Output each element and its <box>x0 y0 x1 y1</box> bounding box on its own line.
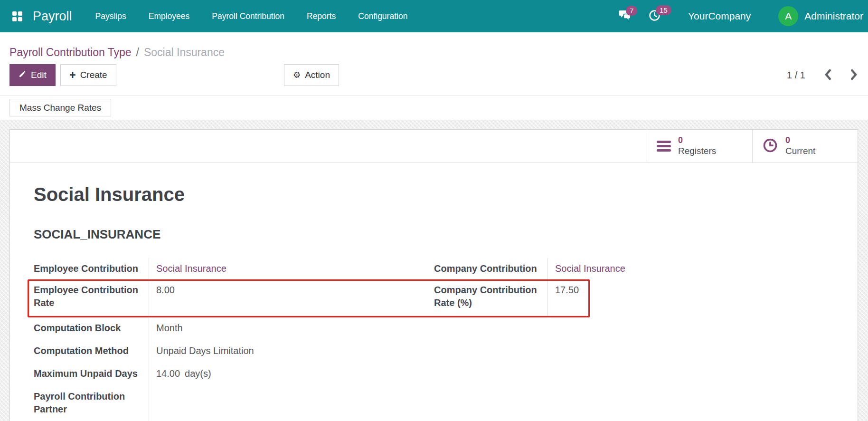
record-code: SOCIAL_INSURANCE <box>34 227 839 241</box>
create-button[interactable]: + Create <box>60 64 116 86</box>
registers-count: 0 <box>678 135 716 146</box>
company-switcher[interactable]: YourCompany <box>688 10 751 22</box>
apps-menu-button[interactable] <box>12 11 22 21</box>
form-sheet: 0 Registers 0 Current Social Insurance S… <box>9 129 858 421</box>
field-value: 8.00 <box>149 279 425 317</box>
action-button[interactable]: ⚙ Action <box>284 64 339 86</box>
chevron-right-icon <box>850 69 858 82</box>
breadcrumb: Payroll Contribution Type/Social Insuran… <box>0 32 868 60</box>
current-smart-button-text: 0 Current <box>785 135 815 156</box>
plus-icon: + <box>69 70 75 81</box>
current-label: Current <box>785 146 815 157</box>
field-group-right: Company Contribution Social Insurance Co… <box>425 258 839 421</box>
nav-item-configuration[interactable]: Configuration <box>358 11 407 21</box>
apps-grid-icon <box>12 11 22 21</box>
field-label: Payroll Contribution Partner <box>34 386 149 421</box>
chevron-left-icon <box>824 69 831 82</box>
breadcrumb-parent[interactable]: Payroll Contribution Type <box>9 46 132 58</box>
mass-change-rates-button[interactable]: Mass Change Rates <box>9 99 111 116</box>
field-row-employee-contribution-rate: Employee Contribution Rate 8.00 <box>34 279 425 317</box>
field-value: Month <box>149 317 425 340</box>
field-row-employee-contribution: Employee Contribution Social Insurance <box>34 258 425 279</box>
user-menu[interactable]: A Administrator <box>778 6 863 26</box>
field-row-maximum-unpaid-days: Maximum Unpaid Days 14.00day(s) <box>34 363 425 386</box>
messages-button[interactable]: 7 <box>619 10 632 23</box>
messages-badge: 7 <box>626 6 637 16</box>
field-row-computation-block: Computation Block Month <box>34 317 425 340</box>
nav-item-payroll-contribution[interactable]: Payroll Contribution <box>212 11 284 21</box>
field-row-company-contribution-rate: Company Contribution Rate (%) 17.50 <box>425 279 839 317</box>
list-bars-icon <box>657 141 671 152</box>
pager-next-button[interactable] <box>850 69 858 82</box>
activities-button[interactable]: 15 <box>649 10 660 23</box>
registers-label: Registers <box>678 146 716 157</box>
nav-item-employees[interactable]: Employees <box>149 11 190 21</box>
field-label: Company Contribution <box>425 258 547 279</box>
create-button-label: Create <box>80 70 107 80</box>
control-panel-buttons: Edit + Create ⚙ Action 1 / 1 <box>0 64 868 86</box>
breadcrumb-current: Social Insurance <box>144 46 225 58</box>
field-label: Employee Contribution <box>34 258 149 279</box>
chat-bubbles-icon <box>619 16 632 23</box>
activities-badge: 15 <box>656 5 671 15</box>
field-label: Employee Contribution Rate <box>34 279 149 317</box>
smart-button-box: 0 Registers 0 Current <box>10 130 858 163</box>
breadcrumb-separator: / <box>136 46 139 58</box>
main-menu: Payslips Employees Payroll Contribution … <box>95 11 408 21</box>
field-value: Unpaid Days Limitation <box>149 340 425 363</box>
statusbar: Mass Change Rates <box>0 96 868 120</box>
nav-item-payslips[interactable]: Payslips <box>95 11 126 21</box>
field-label: Computation Method <box>34 340 149 363</box>
field-value-empty <box>149 386 425 421</box>
action-button-label: Action <box>305 70 330 80</box>
current-count: 0 <box>785 135 815 146</box>
field-value: 17.50 <box>547 279 839 317</box>
avatar: A <box>778 6 798 26</box>
registers-smart-button-text: 0 Registers <box>678 135 716 156</box>
control-panel: Payroll Contribution Type/Social Insuran… <box>0 32 868 96</box>
field-label: Company Contribution Rate (%) <box>425 279 547 317</box>
field-value: 14.00day(s) <box>149 363 425 386</box>
field-value-link[interactable]: Social Insurance <box>547 258 839 279</box>
user-name: Administrator <box>804 10 863 22</box>
field-label: Maximum Unpaid Days <box>34 363 149 386</box>
pencil-icon <box>19 70 27 80</box>
activity-clock-icon <box>649 16 660 23</box>
field-value-link[interactable]: Social Insurance <box>149 258 425 279</box>
top-navbar: Payroll Payslips Employees Payroll Contr… <box>0 0 868 32</box>
record-title: Social Insurance <box>34 183 839 206</box>
registers-smart-button[interactable]: 0 Registers <box>647 130 752 163</box>
pager: 1 / 1 <box>787 64 858 86</box>
clock-icon <box>762 137 778 155</box>
field-row-payroll-contribution-partner: Payroll Contribution Partner <box>34 386 425 421</box>
sheet-body: Social Insurance SOCIAL_INSURANCE Employ… <box>10 163 858 421</box>
nav-item-reports[interactable]: Reports <box>307 11 336 21</box>
content-area: 0 Registers 0 Current Social Insurance S… <box>0 120 868 421</box>
field-value-unit: day(s) <box>185 368 211 379</box>
gear-icon: ⚙ <box>293 71 301 79</box>
field-label: Computation Block <box>34 317 149 340</box>
pager-value: 1 / 1 <box>787 70 805 81</box>
field-row-computation-method: Computation Method Unpaid Days Limitatio… <box>34 340 425 363</box>
current-smart-button[interactable]: 0 Current <box>752 130 858 163</box>
edit-button[interactable]: Edit <box>9 64 56 86</box>
edit-button-label: Edit <box>31 70 47 80</box>
field-value-number: 14.00 <box>156 368 180 379</box>
app-name[interactable]: Payroll <box>33 9 72 24</box>
navbar-right: 7 15 YourCompany A Administrator <box>619 6 863 26</box>
navbar-left: Payroll Payslips Employees Payroll Contr… <box>7 0 407 32</box>
pager-previous-button[interactable] <box>824 69 831 82</box>
field-row-company-contribution: Company Contribution Social Insurance <box>425 258 839 279</box>
field-group-left: Employee Contribution Social Insurance E… <box>34 258 425 421</box>
fields-table: Employee Contribution Social Insurance E… <box>34 258 839 421</box>
